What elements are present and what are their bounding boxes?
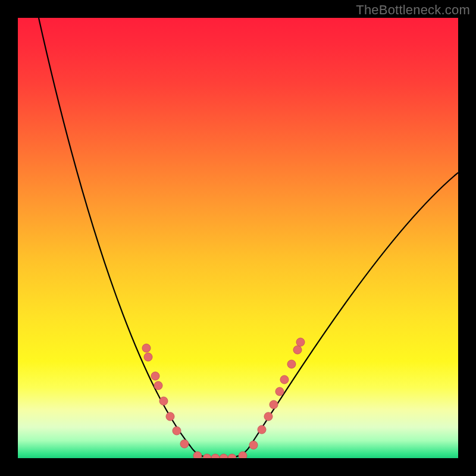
marker-point: [249, 441, 258, 449]
chart-frame: TheBottleneck.com: [0, 0, 476, 476]
marker-point: [166, 412, 174, 421]
bottleneck-curve: [39, 18, 458, 458]
marker-point: [275, 387, 284, 396]
marker-point: [270, 400, 278, 409]
marker-point: [142, 344, 151, 352]
marker-point: [280, 375, 289, 384]
marker-point: [154, 381, 162, 390]
marker-point: [293, 346, 302, 354]
marker-point: [296, 338, 305, 346]
marker-point: [151, 372, 159, 380]
marker-point: [287, 360, 296, 368]
marker-point: [203, 454, 211, 458]
marker-point: [211, 454, 220, 458]
marker-point: [220, 454, 228, 458]
watermark-text: TheBottleneck.com: [356, 2, 470, 18]
marker-point: [193, 452, 202, 458]
curve-path: [39, 18, 458, 458]
plot-area: [18, 18, 458, 458]
marker-point: [159, 397, 168, 405]
marker-point: [239, 452, 247, 458]
curve-layer: [18, 18, 458, 458]
marker-point: [228, 454, 236, 458]
marker-point: [264, 412, 273, 421]
marker-point: [144, 353, 152, 361]
marker-point: [180, 440, 189, 448]
marker-point: [173, 427, 181, 435]
marker-point: [258, 425, 266, 434]
